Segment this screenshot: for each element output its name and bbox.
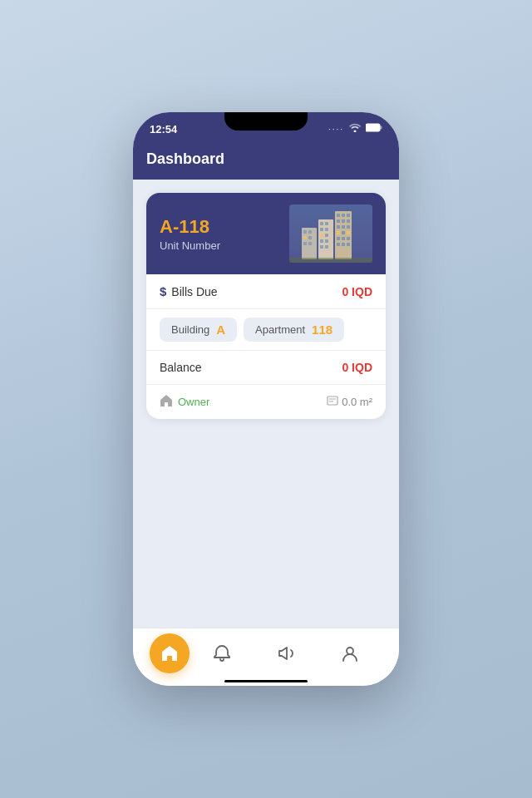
svg-rect-6 — [347, 214, 350, 217]
svg-rect-7 — [337, 219, 340, 223]
home-icon — [160, 644, 179, 663]
svg-rect-38 — [303, 242, 307, 245]
building-image — [289, 204, 372, 263]
notch — [224, 112, 308, 131]
svg-rect-18 — [347, 237, 350, 240]
svg-rect-16 — [337, 237, 340, 240]
svg-rect-17 — [342, 237, 345, 240]
card-header-text: A-118 Unit Number — [160, 216, 220, 252]
owner-label: Owner — [178, 396, 209, 408]
bell-icon — [213, 644, 231, 663]
svg-rect-40 — [289, 258, 372, 263]
svg-rect-8 — [342, 219, 345, 223]
svg-rect-4 — [337, 214, 340, 217]
nav-icons — [190, 644, 382, 663]
home-small-icon — [160, 395, 173, 409]
svg-rect-11 — [342, 225, 345, 229]
svg-rect-20 — [342, 243, 345, 246]
bills-due-row: $ Bills Due 0 IQD — [146, 274, 386, 309]
bills-due-label: $ Bills Due — [160, 284, 218, 298]
apartment-value: 118 — [312, 323, 332, 337]
svg-point-42 — [347, 648, 353, 654]
svg-rect-1 — [381, 126, 382, 130]
svg-rect-28 — [325, 234, 328, 237]
svg-rect-30 — [325, 239, 328, 243]
building-value: A — [216, 323, 225, 337]
apartment-label: Apartment — [255, 323, 305, 336]
main-content: A-118 Unit Number — [133, 180, 399, 628]
svg-rect-32 — [325, 245, 328, 249]
svg-rect-13 — [337, 231, 340, 234]
svg-rect-36 — [303, 236, 307, 239]
svg-rect-21 — [347, 243, 350, 246]
balance-row: Balance 0 IQD — [146, 351, 386, 385]
svg-rect-0 — [366, 124, 380, 131]
svg-rect-35 — [308, 230, 312, 234]
svg-rect-39 — [308, 242, 312, 245]
megaphone-icon — [277, 644, 295, 663]
property-card: A-118 Unit Number — [146, 193, 386, 419]
svg-rect-31 — [320, 245, 323, 249]
card-header: A-118 Unit Number — [146, 193, 386, 274]
svg-rect-3 — [335, 211, 352, 259]
dashboard-header: Dashboard — [133, 142, 399, 180]
home-indicator — [224, 680, 308, 682]
area-value: 0.0 m² — [342, 396, 372, 408]
svg-rect-24 — [325, 222, 328, 225]
svg-rect-5 — [342, 214, 345, 217]
person-icon — [341, 644, 359, 663]
page-title: Dashboard — [146, 150, 224, 167]
svg-rect-15 — [347, 231, 350, 234]
svg-rect-26 — [325, 228, 328, 231]
balance-value: 0 IQD — [342, 361, 372, 374]
phone-frame: 12:54 ···· Dashboard — [133, 112, 399, 686]
svg-rect-12 — [347, 225, 350, 229]
area-icon — [327, 396, 338, 408]
svg-rect-37 — [308, 236, 312, 239]
svg-rect-10 — [337, 225, 340, 229]
svg-rect-9 — [347, 219, 350, 223]
bills-due-value: 0 IQD — [342, 285, 372, 298]
svg-rect-41 — [328, 397, 337, 405]
status-icons: ···· — [328, 123, 382, 135]
announcements-button[interactable] — [277, 644, 295, 663]
signal-dots-icon: ···· — [328, 125, 344, 134]
building-label: Building — [171, 323, 209, 336]
notifications-button[interactable] — [213, 644, 231, 663]
owner-area-row: Owner 0.0 m² — [146, 385, 386, 419]
svg-rect-29 — [320, 239, 323, 243]
profile-button[interactable] — [341, 644, 359, 663]
battery-icon — [366, 123, 382, 135]
unit-label: Unit Number — [160, 239, 220, 252]
wifi-icon — [349, 123, 361, 135]
status-time: 12:54 — [150, 123, 177, 135]
owner-field: Owner — [160, 395, 209, 409]
svg-rect-27 — [320, 234, 323, 237]
svg-rect-14 — [342, 231, 345, 234]
svg-rect-34 — [303, 230, 307, 234]
balance-label: Balance — [160, 361, 202, 374]
svg-rect-19 — [337, 243, 340, 246]
svg-rect-23 — [320, 222, 323, 225]
area-field: 0.0 m² — [327, 396, 372, 408]
svg-rect-25 — [320, 228, 323, 231]
home-button[interactable] — [150, 633, 190, 673]
building-apartment-row: Building A Apartment 118 — [146, 309, 386, 351]
apartment-pill: Apartment 118 — [244, 318, 344, 342]
dollar-icon: $ — [160, 284, 166, 298]
unit-number: A-118 — [160, 216, 220, 238]
building-pill: Building A — [160, 318, 237, 342]
bottom-nav — [133, 628, 399, 686]
